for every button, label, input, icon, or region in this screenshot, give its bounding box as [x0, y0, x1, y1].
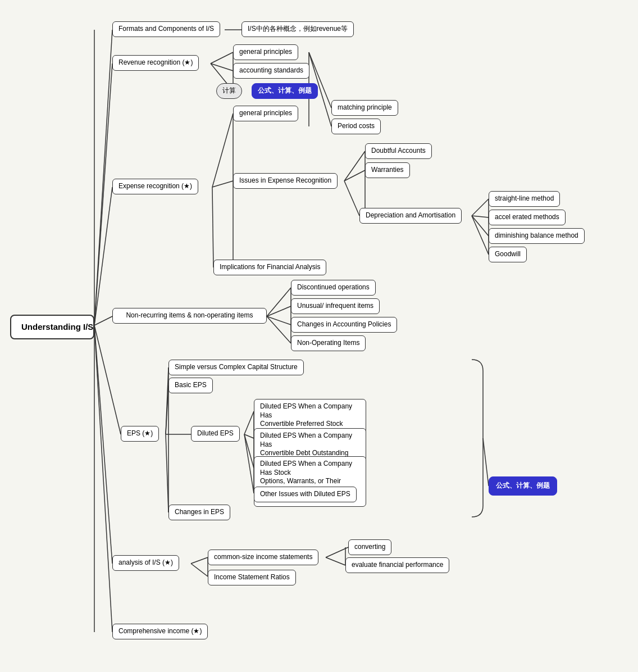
- goodwill-node: Goodwill: [489, 247, 527, 262]
- nonoperating-node: Non-Operating Items: [291, 335, 366, 351]
- svg-line-0: [94, 30, 112, 325]
- svg-line-45: [191, 557, 208, 564]
- simple-vs-complex-node: Simple versus Complex Capital Structure: [168, 360, 304, 375]
- general-principles-rev-node: general principles: [233, 44, 298, 60]
- unusual-node: Unusual/ infrequent items: [291, 298, 380, 314]
- expense-rec-node: Expense recognition (★): [112, 179, 198, 194]
- formula-blue2-node[interactable]: 公式、计算、例题: [489, 476, 557, 496]
- svg-line-44: [483, 438, 489, 486]
- svg-line-30: [267, 306, 291, 316]
- period-costs-node: Period costs: [331, 119, 381, 134]
- accel-methods-node: accel erated methods: [489, 210, 566, 225]
- other-diluted-node: Other Issues with Diluted EPS: [254, 487, 357, 502]
- svg-line-17: [212, 181, 233, 187]
- svg-line-37: [166, 434, 168, 512]
- svg-line-20: [344, 151, 365, 181]
- svg-line-29: [267, 288, 291, 316]
- issues-expense-node: Issues in Expense Recognition: [233, 173, 338, 189]
- svg-line-10: [211, 63, 233, 71]
- svg-line-27: [472, 216, 489, 255]
- income-stmt-ratios-node: Income Statement Ratios: [208, 570, 296, 585]
- svg-line-39: [244, 411, 254, 434]
- svg-line-41: [244, 434, 254, 468]
- svg-line-22: [344, 181, 359, 216]
- svg-line-2: [94, 187, 112, 325]
- svg-line-18: [212, 187, 213, 267]
- converting-node: converting: [348, 539, 391, 555]
- accounting-standards-node: accounting standards: [233, 63, 309, 79]
- svg-line-42: [244, 434, 254, 493]
- straight-line-node: straight-line method: [489, 191, 560, 207]
- common-size-node: common-size income statements: [208, 550, 318, 565]
- svg-line-21: [344, 170, 365, 181]
- svg-line-48: [326, 547, 348, 557]
- analysis-is-node: analysis of I/S (★): [112, 555, 179, 571]
- warranties-node: Warranties: [365, 162, 410, 178]
- svg-line-31: [267, 316, 291, 325]
- is-concepts-node: I/S中的各种概念，例如revenue等: [241, 21, 354, 37]
- matching-principle-node: matching principle: [331, 100, 398, 116]
- svg-line-6: [94, 325, 112, 632]
- comprehensive-income-node: Comprehensive income (★): [112, 624, 208, 639]
- svg-line-32: [267, 316, 291, 343]
- diminishing-node: diminishing balance method: [489, 228, 585, 244]
- svg-line-5: [94, 325, 112, 564]
- svg-line-35: [166, 385, 168, 434]
- discontinued-node: Discontinued operations: [291, 280, 376, 296]
- svg-line-26: [472, 216, 489, 236]
- depreciation-node: Depreciation and Amortisation: [359, 208, 462, 224]
- svg-line-46: [191, 564, 208, 576]
- diluted-eps-node: Diluted EPS: [191, 426, 240, 442]
- root-node: Understanding I/S: [10, 315, 94, 339]
- svg-line-24: [472, 199, 489, 216]
- implications-node: Implications for Financial Analysis: [213, 260, 326, 275]
- doubtful-accounts-node: Doubtful Accounts: [365, 143, 432, 159]
- svg-line-9: [211, 52, 233, 63]
- general-principles-exp-node: general principles: [233, 106, 298, 121]
- svg-line-3: [94, 316, 112, 325]
- basic-eps-node: Basic EPS: [168, 378, 213, 393]
- calc-label-node: 计算: [216, 83, 242, 99]
- svg-line-13: [309, 52, 331, 108]
- svg-line-25: [472, 216, 489, 217]
- changes-accounting-node: Changes in Accounting Policies: [291, 317, 397, 333]
- svg-line-49: [326, 557, 345, 565]
- formula-blue1-node[interactable]: 公式、计算、例题: [252, 83, 318, 99]
- eps-node: EPS (★): [121, 426, 159, 442]
- svg-line-40: [244, 434, 254, 438]
- svg-line-16: [212, 113, 233, 187]
- evaluate-node: evaluate financial performance: [345, 557, 449, 573]
- svg-line-34: [166, 367, 168, 434]
- revenue-rec-node: Revenue recognition (★): [112, 55, 199, 71]
- svg-line-4: [94, 325, 121, 434]
- changes-eps-node: Changes in EPS: [168, 505, 230, 520]
- nonrecurring-node: Non-recurring items & non-operating item…: [112, 308, 267, 324]
- svg-line-1: [94, 63, 112, 325]
- formats-node: Formats and Components of I/S: [112, 21, 220, 37]
